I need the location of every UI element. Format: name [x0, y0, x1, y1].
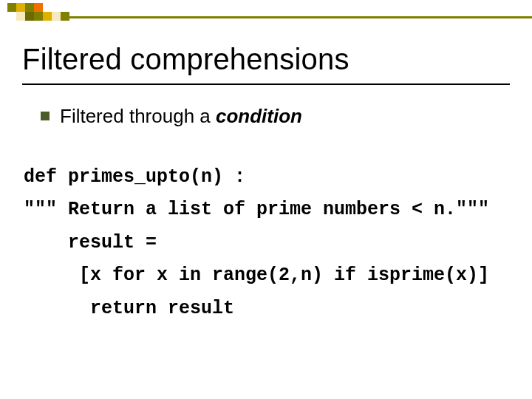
svg-rect-2 — [25, 3, 34, 12]
code-block: def primes_upto(n) : """ Return a list o… — [24, 161, 510, 326]
bullet-icon — [41, 112, 50, 120]
code-line-5: return result — [24, 298, 234, 319]
svg-rect-6 — [34, 12, 43, 21]
slide-title: Filtered comprehensions — [22, 43, 510, 81]
bullet-text: Filtered through a condition — [60, 104, 302, 129]
svg-rect-10 — [69, 16, 532, 18]
svg-rect-8 — [52, 12, 61, 21]
svg-rect-9 — [61, 12, 69, 21]
bullet-item: Filtered through a condition — [41, 104, 510, 129]
svg-rect-4 — [16, 12, 25, 21]
code-line-3: result = — [24, 232, 157, 253]
bullet-prefix: Filtered through a — [60, 105, 216, 127]
code-line-4: [x for x in range(2,n) if isprime(x)] — [24, 265, 489, 286]
code-line-2: """ Return a list of prime numbers < n."… — [24, 199, 489, 220]
svg-rect-0 — [7, 3, 16, 12]
svg-rect-7 — [43, 12, 52, 21]
code-line-1: def primes_upto(n) : — [24, 166, 245, 188]
slide-body: Filtered through a condition def primes_… — [0, 85, 532, 325]
bullet-emphasis: condition — [216, 105, 302, 127]
svg-rect-1 — [16, 3, 25, 12]
slide: Filtered comprehensions Filtered through… — [0, 0, 532, 399]
header-decoration — [0, 0, 532, 31]
svg-rect-3 — [34, 3, 43, 12]
svg-rect-5 — [25, 12, 34, 21]
